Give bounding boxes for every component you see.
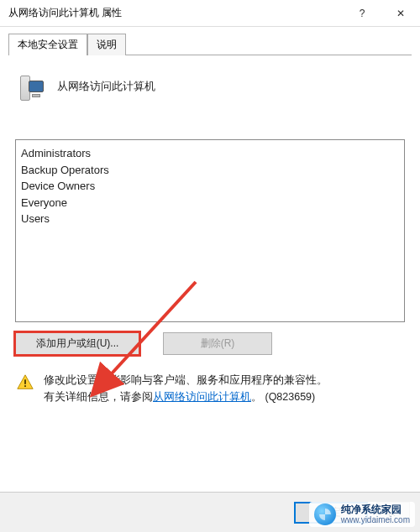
close-icon: ✕ bbox=[396, 8, 405, 19]
list-item[interactable]: Everyone bbox=[21, 195, 399, 211]
remove-button: 删除(R) bbox=[163, 332, 272, 355]
svg-rect-2 bbox=[24, 385, 26, 387]
tab-label: 本地安全设置 bbox=[18, 39, 78, 50]
list-item[interactable]: Backup Operators bbox=[21, 162, 399, 179]
window-title: 从网络访问此计算机 属性 bbox=[8, 6, 122, 20]
warning-text: 修改此设置可能影响与客户端、服务和应用程序的兼容性。 有关详细信息，请参阅从网络… bbox=[44, 372, 328, 405]
button-label: 添加用户或组(U)... bbox=[36, 336, 119, 351]
list-item[interactable]: Administrators bbox=[21, 145, 399, 162]
help-button[interactable]: ? bbox=[343, 0, 381, 27]
watermark-url: www.yidaimei.com bbox=[341, 515, 410, 524]
button-label: 删除(R) bbox=[201, 336, 235, 351]
warning-icon bbox=[15, 373, 35, 392]
watermark-logo-icon bbox=[314, 503, 336, 525]
compatibility-warning: 修改此设置可能影响与客户端、服务和应用程序的兼容性。 有关详细信息，请参阅从网络… bbox=[15, 372, 405, 405]
warning-line2: 有关详细信息，请参阅从网络访问此计算机。 (Q823659) bbox=[44, 389, 328, 405]
tab-description[interactable]: 说明 bbox=[87, 34, 126, 55]
title-bar: 从网络访问此计算机 属性 ? ✕ bbox=[0, 0, 420, 27]
users-groups-listbox[interactable]: Administrators Backup Operators Device O… bbox=[15, 139, 405, 322]
warning-line1: 修改此设置可能影响与客户端、服务和应用程序的兼容性。 bbox=[44, 372, 328, 389]
tab-local-security[interactable]: 本地安全设置 bbox=[8, 34, 87, 55]
computer-policy-icon bbox=[17, 69, 45, 104]
action-buttons-row: 添加用户或组(U)... 删除(R) bbox=[15, 332, 405, 355]
policy-title: 从网络访问此计算机 bbox=[57, 79, 155, 94]
tab-strip: 本地安全设置 说明 bbox=[8, 34, 412, 55]
tab-label: 说明 bbox=[97, 39, 117, 50]
tab-content: 从网络访问此计算机 Administrators Backup Operator… bbox=[0, 55, 420, 405]
list-item[interactable]: Device Owners bbox=[21, 178, 399, 195]
svg-rect-1 bbox=[24, 379, 26, 384]
help-icon: ? bbox=[360, 8, 365, 19]
watermark-overlay: 纯净系统家园 www.yidaimei.com bbox=[309, 502, 415, 527]
policy-help-link[interactable]: 从网络访问此计算机 bbox=[153, 391, 251, 403]
add-user-or-group-button[interactable]: 添加用户或组(U)... bbox=[15, 332, 139, 355]
close-button[interactable]: ✕ bbox=[381, 0, 420, 27]
list-item[interactable]: Users bbox=[21, 211, 399, 227]
watermark-title: 纯净系统家园 bbox=[341, 504, 410, 515]
policy-header: 从网络访问此计算机 bbox=[10, 64, 410, 119]
